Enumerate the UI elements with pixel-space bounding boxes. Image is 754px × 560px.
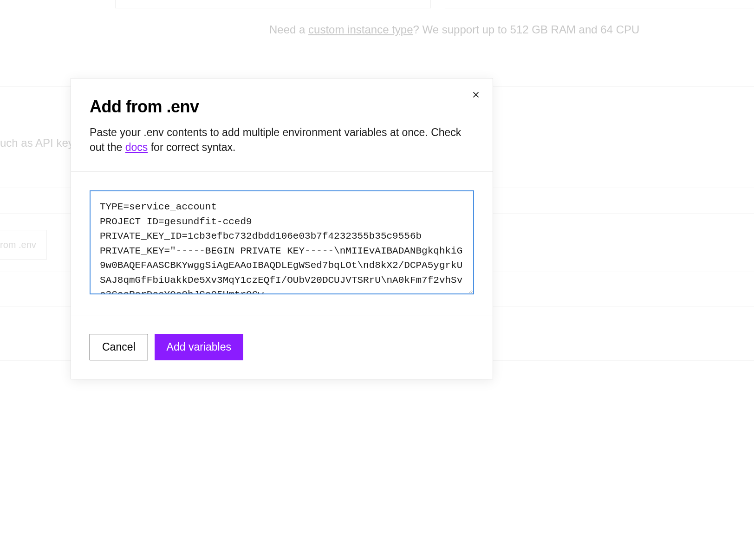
close-icon: [471, 94, 481, 101]
docs-link[interactable]: docs: [125, 141, 148, 153]
add-env-modal: Add from .env Paste your .env contents t…: [71, 78, 493, 379]
close-button[interactable]: [470, 90, 481, 101]
modal-title: Add from .env: [90, 97, 474, 117]
add-variables-button[interactable]: Add variables: [155, 334, 243, 360]
modal-footer: Cancel Add variables: [71, 315, 493, 379]
modal-body: [71, 172, 493, 315]
modal-header: Add from .env Paste your .env contents t…: [71, 78, 493, 172]
cancel-button[interactable]: Cancel: [90, 334, 148, 360]
env-textarea[interactable]: [90, 190, 474, 294]
modal-description: Paste your .env contents to add multiple…: [90, 125, 474, 155]
description-suffix: for correct syntax.: [148, 141, 235, 153]
